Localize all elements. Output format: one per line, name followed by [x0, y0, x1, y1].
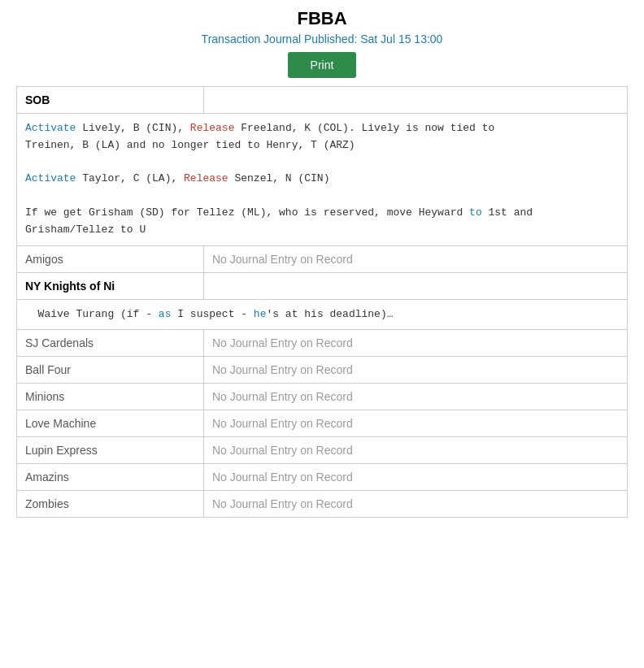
- journal-cell-sj: No Journal Entry on Record: [204, 330, 628, 357]
- table-row-lupin: Lupin Express No Journal Entry on Record: [17, 437, 628, 464]
- team-name-sob: SOB: [17, 87, 204, 114]
- journal-cell-sob-header: [204, 87, 628, 114]
- team-name-amigos: Amigos: [17, 245, 204, 272]
- team-name-knights: NY Knights of Ni: [17, 272, 204, 299]
- table-row-knights-header: NY Knights of Ni: [17, 272, 628, 299]
- team-name-ball-four: Ball Four: [17, 357, 204, 384]
- team-name-love-machine: Love Machine: [17, 410, 204, 437]
- table-row-ball-four: Ball Four No Journal Entry on Record: [17, 357, 628, 384]
- table-row-amigos: Amigos No Journal Entry on Record: [17, 245, 628, 272]
- journal-cell-zombies: No Journal Entry on Record: [204, 491, 628, 518]
- table-row-knights-journal: Waive Turang (if - as I suspect - he's a…: [17, 299, 628, 330]
- journal-cell-knights-header: [204, 272, 628, 299]
- journal-cell-ball-four: No Journal Entry on Record: [204, 357, 628, 384]
- team-name-minions: Minions: [17, 384, 204, 410]
- journal-content-sob: Activate Lively, B (CIN), Release Freela…: [17, 114, 628, 246]
- journal-cell-minions: No Journal Entry on Record: [204, 384, 628, 410]
- table-row-amazins: Amazins No Journal Entry on Record: [17, 464, 628, 491]
- table-row-minions: Minions No Journal Entry on Record: [17, 384, 628, 410]
- print-button[interactable]: Print: [288, 52, 357, 78]
- journal-table: SOB Activate Lively, B (CIN), Release Fr…: [16, 86, 628, 518]
- team-name-lupin-express: Lupin Express: [17, 437, 204, 464]
- team-name-zombies: Zombies: [17, 491, 204, 518]
- team-name-sj-cardenals: SJ Cardenals: [17, 330, 204, 357]
- journal-cell-lupin: No Journal Entry on Record: [204, 437, 628, 464]
- page-wrapper: FBBA Transaction Journal Published: Sat …: [0, 0, 644, 668]
- journal-content-knights: Waive Turang (if - as I suspect - he's a…: [17, 299, 628, 330]
- journal-cell-love-machine: No Journal Entry on Record: [204, 410, 628, 437]
- table-row-love-machine: Love Machine No Journal Entry on Record: [17, 410, 628, 437]
- journal-cell-amigos: No Journal Entry on Record: [204, 245, 628, 272]
- team-name-amazins: Amazins: [17, 464, 204, 491]
- page-title: FBBA: [16, 8, 628, 29]
- table-row-sj: SJ Cardenals No Journal Entry on Record: [17, 330, 628, 357]
- journal-cell-amazins: No Journal Entry on Record: [204, 464, 628, 491]
- table-row-zombies: Zombies No Journal Entry on Record: [17, 491, 628, 518]
- table-row: SOB: [17, 87, 628, 114]
- page-header: FBBA Transaction Journal Published: Sat …: [16, 8, 628, 78]
- table-row-sob-journal: Activate Lively, B (CIN), Release Freela…: [17, 114, 628, 246]
- page-subtitle: Transaction Journal Published: Sat Jul 1…: [16, 33, 628, 46]
